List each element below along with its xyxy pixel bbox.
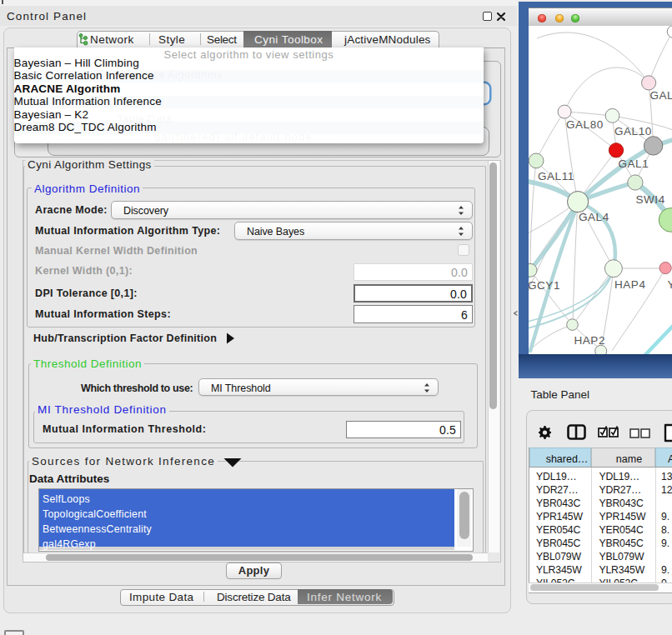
svg-text:Y: Y [668, 278, 672, 291]
svg-text:GAL11: GAL11 [538, 170, 574, 182]
svg-text:HAP4: HAP4 [614, 278, 645, 291]
svg-text:GAL: GAL [650, 89, 672, 102]
svg-text:GAL10: GAL10 [614, 125, 652, 138]
svg-text:HAP2: HAP2 [574, 334, 605, 347]
svg-text:SWI4: SWI4 [636, 193, 665, 206]
svg-text:GAL4: GAL4 [579, 211, 609, 223]
svg-text:GCY1: GCY1 [529, 279, 560, 292]
svg-text:GAL1: GAL1 [619, 158, 649, 170]
svg-text:GAL80: GAL80 [566, 118, 604, 131]
